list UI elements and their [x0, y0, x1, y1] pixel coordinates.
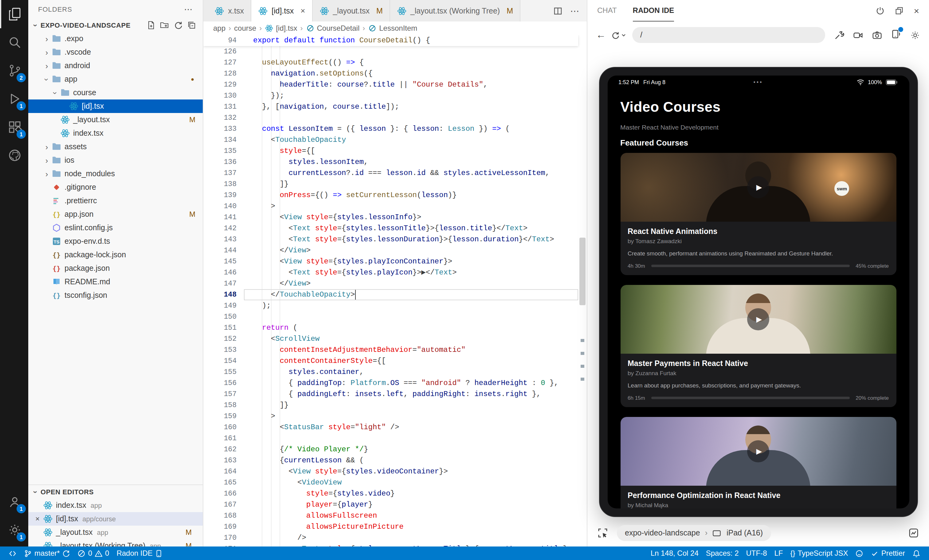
tree-item-assets[interactable]: ›assets	[28, 140, 203, 153]
code-line-160[interactable]: 160 <StatusBar style="light" />	[203, 422, 587, 433]
tree-item-eslint.config.js[interactable]: eslint.config.js	[28, 221, 203, 234]
tree-item-tsconfig.json[interactable]: {}tsconfig.json	[28, 289, 203, 302]
tree-item-node_modules[interactable]: ›node_modules	[28, 167, 203, 181]
code-line-134[interactable]: 134 <TouchableOpacity	[203, 135, 587, 145]
play-button[interactable]: ▶	[747, 440, 769, 462]
code-line-143[interactable]: 143 <Text style={styles.lessonDuration}>…	[203, 234, 587, 245]
open-editor-[id].tsx[interactable]: ×[id].tsxapp/course	[28, 512, 203, 526]
breadcrumb-LessonItem[interactable]: LessonItem	[368, 24, 417, 32]
close-icon[interactable]: ×	[914, 6, 919, 16]
video-thumbnail[interactable]: ▶	[620, 417, 896, 486]
notifications[interactable]	[909, 546, 924, 560]
tree-item-package-lock.json[interactable]: {}package-lock.json	[28, 248, 203, 262]
code-line-137[interactable]: 137 currentLesson?.id === lesson.id && s…	[203, 168, 587, 179]
activity-explorer-button[interactable]	[0, 0, 28, 28]
device-settings-button[interactable]	[891, 29, 901, 41]
activity-run-debug-button[interactable]: 1	[0, 85, 28, 113]
new-file-icon[interactable]	[146, 20, 156, 30]
code-line-166[interactable]: 166 style={styles.video}	[203, 488, 587, 499]
code-line-126[interactable]: 126	[203, 46, 587, 57]
activity-search-button[interactable]	[0, 28, 28, 57]
code-line-94[interactable]: 94export default function CourseDetail()…	[203, 35, 578, 46]
course-card[interactable]: ▶Master Payments in React Nativeby Zuzan…	[620, 285, 896, 407]
feedback[interactable]	[852, 546, 867, 560]
play-button[interactable]: ▶	[747, 308, 769, 330]
code-line-168[interactable]: 168 allowsFullscreen	[203, 510, 587, 521]
tools-icon[interactable]	[834, 30, 844, 40]
code-line-171[interactable]: 171 <Text style={styles.currentLessonTit…	[203, 543, 587, 546]
more-actions-icon[interactable]: ⋯	[570, 5, 579, 16]
code-line-164[interactable]: 164 <View style={styles.videoContainer}>	[203, 466, 587, 477]
code-line-155[interactable]: 155 styles.container,	[203, 367, 587, 378]
code-line-139[interactable]: 139 onPress={() => setCurrentLesson(less…	[203, 190, 587, 201]
code-line-146[interactable]: 146 <Text style={styles.playIcon}>▶</Tex…	[203, 267, 587, 278]
device-selector[interactable]: expo-video-landscape › iPad (A16)	[617, 525, 771, 541]
tree-item-android[interactable]: ›android	[28, 59, 203, 72]
code-line-138[interactable]: 138 ]}	[203, 179, 587, 190]
tree-item-package.json[interactable]: {}package.json	[28, 262, 203, 275]
problems-indicator[interactable]: 0 0	[74, 546, 113, 560]
open-editor-_layout.tsx (Working Tree)[interactable]: _layout.tsx (Working Tree)appM	[28, 539, 203, 546]
activity-extensions-button[interactable]: 1	[0, 113, 28, 141]
tree-item-.prettierrc[interactable]: .prettierrc	[28, 194, 203, 208]
code-editor[interactable]: 94export default function CourseDetail()…	[203, 35, 587, 546]
tree-item-expo-env.d.ts[interactable]: TSexpo-env.d.ts	[28, 234, 203, 248]
code-line-151[interactable]: 151 return (	[203, 322, 587, 334]
code-line-141[interactable]: 141 <View style={styles.lessonInfo}>	[203, 212, 587, 223]
split-editor-icon[interactable]	[553, 6, 563, 16]
sticky-scope-line[interactable]: 94export default function CourseDetail()…	[203, 35, 578, 46]
restore-window-icon[interactable]	[895, 6, 904, 15]
code-line-142[interactable]: 142 <Text style={styles.lessonTitle}>{le…	[203, 223, 587, 234]
code-line-133[interactable]: 133 const LessonItem = ({ lesson }: { le…	[203, 124, 587, 135]
remote-indicator[interactable]	[5, 546, 20, 560]
editor-tab-_layout.tsx[interactable]: _layout.tsxM	[313, 0, 390, 21]
video-thumbnail[interactable]: ▶swm	[620, 153, 896, 222]
editor-tab-[id].tsx[interactable]: [id].tsx×	[251, 0, 313, 21]
code-line-162[interactable]: 162 {/* Video Player */}	[203, 444, 587, 455]
language-mode[interactable]: {} TypeScript JSX	[787, 546, 852, 560]
code-line-136[interactable]: 136 styles.lessonItem,	[203, 156, 587, 168]
tree-item-course[interactable]: ›course	[28, 86, 203, 99]
code-line-130[interactable]: 130 });	[203, 90, 587, 101]
code-line-132[interactable]: 132	[203, 112, 587, 124]
code-line-144[interactable]: 144 </View>	[203, 245, 587, 256]
code-line-127[interactable]: 127 useLayoutEffect(() => {	[203, 57, 587, 68]
reload-button[interactable]	[611, 31, 626, 40]
record-video-icon[interactable]	[853, 30, 863, 40]
breadcrumb-course[interactable]: course	[234, 24, 256, 32]
code-line-153[interactable]: 153 contentInsetAdjustmentBehavior="auto…	[203, 344, 587, 355]
url-bar[interactable]: /	[632, 27, 825, 43]
video-thumbnail[interactable]: ▶	[620, 285, 896, 354]
eol[interactable]: LF	[771, 546, 787, 560]
code-line-131[interactable]: 131 }, [navigation, course.title]);	[203, 101, 587, 112]
tree-item-.gitignore[interactable]: .gitignore	[28, 181, 203, 194]
git-branch[interactable]: master*	[20, 546, 74, 560]
tree-item-.expo[interactable]: ›.expo	[28, 32, 203, 46]
tree-item-app[interactable]: ›app●	[28, 72, 203, 86]
code-line-170[interactable]: 170 />	[203, 532, 587, 543]
editor-tab-_layout.tsx (Working Tree)[interactable]: _layout.tsx (Working Tree)M	[390, 0, 520, 21]
indentation[interactable]: Spaces: 2	[702, 546, 742, 560]
code-line-159[interactable]: 159 >	[203, 411, 587, 422]
activity-account-button[interactable]: 1	[0, 488, 28, 516]
code-line-158[interactable]: 158 ]}	[203, 400, 587, 411]
network-monitor-icon[interactable]	[908, 528, 919, 539]
power-icon[interactable]	[875, 6, 885, 15]
back-button[interactable]: ←	[596, 29, 608, 41]
tree-item-_layout.tsx[interactable]: _layout.tsxM	[28, 113, 203, 127]
code-line-129[interactable]: 129 headerTitle: course?.title || "Cours…	[203, 79, 587, 90]
collapse-all-icon[interactable]	[187, 20, 196, 30]
refresh-explorer-icon[interactable]	[173, 20, 183, 30]
tab-chat[interactable]: CHAT	[597, 0, 617, 21]
encoding[interactable]: UTF-8	[742, 546, 771, 560]
open-editor-index.tsx[interactable]: index.tsxapp	[28, 499, 203, 512]
code-line-154[interactable]: 154 contentContainerStyle={[	[203, 355, 587, 367]
code-line-135[interactable]: 135 style={[	[203, 145, 587, 156]
code-line-149[interactable]: 149 );	[203, 300, 587, 311]
tree-item-.vscode[interactable]: ›.vscode	[28, 46, 203, 59]
device-screen[interactable]: 1:52 PM Fri Aug 8 ••• 100% Video Courses…	[607, 75, 909, 508]
open-editors-header[interactable]: › OPEN EDITORS	[28, 485, 203, 499]
code-line-152[interactable]: 152 <ScrollView	[203, 334, 587, 344]
tab-radon-ide[interactable]: RADON IDE	[633, 0, 675, 21]
breadcrumb-[id].tsx[interactable]: [id].tsx	[265, 24, 297, 32]
